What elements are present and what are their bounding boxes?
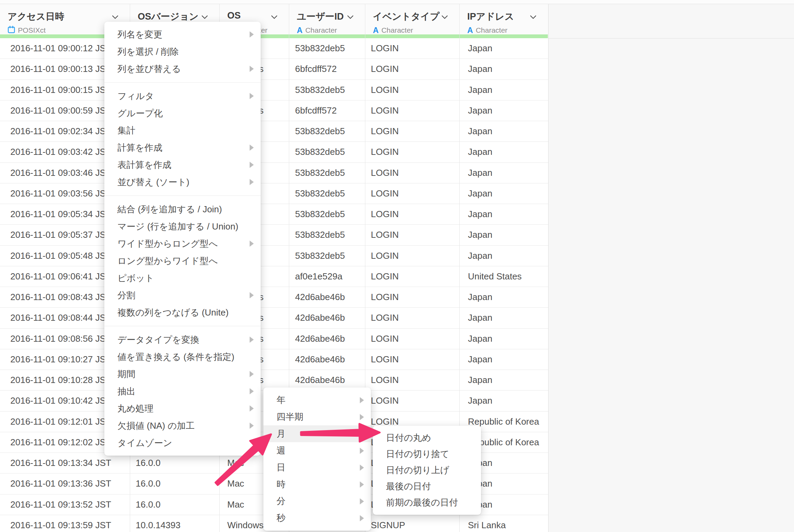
app-window: アクセス日時 POSIXct OSバージョン <box>0 0 794 532</box>
menu-item-label: 表計算を作成 <box>117 156 171 173</box>
character-type-icon: A <box>467 26 473 35</box>
cell-ip_country: Japan <box>468 287 548 308</box>
submenu-arrow-icon <box>250 93 254 99</box>
context-menu-item[interactable]: ピボット <box>104 269 261 287</box>
menu-item-label: 秒 <box>276 510 285 526</box>
menu-item-label: 列を選択 / 削除 <box>117 43 179 60</box>
cell-ip_country: Sri Lanka <box>468 515 548 532</box>
cell-event_type: LOGIN <box>371 163 460 183</box>
period-submenu-item[interactable]: 四半期 <box>263 408 371 425</box>
menu-item-label: 計算を作成 <box>117 139 163 156</box>
context-menu-item[interactable]: グループ化 <box>104 105 261 122</box>
cell-ip_country: United States <box>468 266 548 287</box>
cell-ip_country: Japan <box>468 142 548 162</box>
context-menu-item[interactable]: 結合 (列を追加する / Join) <box>104 201 261 218</box>
context-menu-item[interactable]: タイムゾーン <box>104 434 261 451</box>
submenu-arrow-icon <box>250 179 254 185</box>
context-menu-item[interactable]: 集計 <box>104 122 261 139</box>
table-row: 2016-11-01 09:05:48 JST53b832deb5LOGINJa… <box>0 246 548 266</box>
menu-item-label: 列名を変更 <box>117 26 163 43</box>
cell-user_id: 42d6abe46b <box>295 349 365 370</box>
chevron-down-icon[interactable] <box>201 15 208 19</box>
menu-item-label: タイムゾーン <box>117 434 172 451</box>
cell-event_type: LOGIN <box>371 100 460 121</box>
menu-item-label: 列を並び替える <box>117 60 181 77</box>
character-type-icon: A <box>297 26 303 35</box>
context-menu-item[interactable]: 列名を変更 <box>104 26 261 43</box>
cell-user_id: 42d6abe46b <box>295 308 365 328</box>
submenu-arrow-icon <box>360 515 364 521</box>
date-rounding-submenu: 日付の丸め 日付の切り捨て 日付の切り上げ 最後の日付 前期の最後の日付 <box>373 426 481 515</box>
context-menu-item[interactable]: ワイド型からロング型へ <box>104 235 261 252</box>
context-menu-item[interactable]: ロング型からワイド型へ <box>104 252 261 269</box>
menu-item-label: 月 <box>276 425 285 442</box>
date-round-submenu-item[interactable]: 前期の最後の日付 <box>373 494 481 511</box>
period-submenu-item[interactable]: 年 <box>263 392 371 408</box>
period-submenu-item[interactable]: 月 <box>263 425 371 442</box>
period-submenu-item[interactable]: 日 <box>263 459 371 476</box>
submenu-arrow-icon <box>250 423 254 429</box>
table-row: 2016-11-01 09:00:12 JST53b832deb5LOGINJa… <box>0 38 548 59</box>
period-submenu-item[interactable]: 時 <box>263 476 371 493</box>
menu-item-label: 結合 (列を追加する / Join) <box>117 201 222 218</box>
cell-ip_country: Japan <box>468 183 548 204</box>
context-menu-item[interactable]: 丸め処理 <box>104 400 261 417</box>
cell-user_id: 53b832deb5 <box>295 225 365 245</box>
context-menu-item[interactable]: 列を並び替える <box>104 60 261 77</box>
cell-ip_country: Japan <box>468 370 548 391</box>
date-round-submenu-item[interactable]: 日付の切り上げ <box>373 462 481 478</box>
context-menu-item[interactable]: 計算を作成 <box>104 139 261 156</box>
context-menu-item[interactable]: 欠損値 (NA) の加工 <box>104 417 261 434</box>
period-submenu-item[interactable]: 分 <box>263 493 371 510</box>
table-row: 2016-11-01 09:03:42 JST53b832deb5LOGINJa… <box>0 142 548 162</box>
date-round-submenu-item[interactable]: 最後の日付 <box>373 478 481 494</box>
context-menu-item[interactable]: 分割 <box>104 287 261 304</box>
chevron-down-icon[interactable] <box>441 15 448 19</box>
context-menu-item[interactable]: データタイプを変換 <box>104 331 261 348</box>
submenu-arrow-icon <box>250 241 254 247</box>
context-menu-item[interactable]: 値を置き換える (条件を指定) <box>104 348 261 365</box>
cell-datetime: 2016-11-01 09:13:52 JST <box>10 494 130 515</box>
submenu-arrow-icon <box>360 465 364 471</box>
column-header-5[interactable]: イベントタイプ A Character <box>365 4 460 38</box>
cell-ip_country: Japan <box>468 308 548 328</box>
menu-item-label: 週 <box>276 442 285 459</box>
context-menu-item[interactable]: 複数の列をつなげる (Unite) <box>104 304 261 321</box>
menu-item-label: 欠損値 (NA) の加工 <box>117 417 195 434</box>
column-header-4[interactable]: ユーザーID A Character <box>289 4 365 38</box>
cell-user_id: 53b832deb5 <box>295 121 365 142</box>
menu-divider <box>104 191 261 201</box>
chevron-down-icon[interactable] <box>347 15 354 19</box>
submenu-arrow-icon <box>250 337 254 343</box>
chevron-down-icon[interactable] <box>112 15 118 19</box>
period-submenu-item[interactable]: 週 <box>263 442 371 459</box>
table-row: 2016-11-01 09:08:43 JSTWindows42d6abe46b… <box>0 287 548 308</box>
context-menu-item[interactable]: フィルタ <box>104 87 261 105</box>
column-header-6[interactable]: IPアドレス A Character <box>460 4 548 38</box>
cell-user_id: 53b832deb5 <box>295 142 365 162</box>
table-row: 2016-11-01 09:06:41 JSTaf0e1e529aLOGINUn… <box>0 266 548 287</box>
context-menu-item[interactable]: 列を選択 / 削除 <box>104 43 261 60</box>
context-menu-item[interactable]: 表計算を作成 <box>104 156 261 173</box>
cell-os_version: 16.0.0 <box>136 474 220 494</box>
cell-ip_country: Japan <box>468 100 548 121</box>
column-label: IPアドレス <box>467 10 514 23</box>
period-submenu-item[interactable]: 秒 <box>263 510 371 526</box>
date-round-submenu-item[interactable]: 日付の丸め <box>373 430 481 446</box>
submenu-arrow-icon <box>250 405 254 412</box>
submenu-arrow-icon <box>360 431 364 437</box>
column-accent-bar <box>365 34 459 38</box>
menu-item-label: 複数の列をつなげる (Unite) <box>117 304 229 321</box>
chevron-down-icon[interactable] <box>530 15 536 19</box>
chevron-down-icon[interactable] <box>271 15 278 19</box>
menu-item-label: ピボット <box>117 269 154 287</box>
context-menu-item[interactable]: 抽出 <box>104 383 261 400</box>
cell-os_version: 16.0.0 <box>136 453 220 474</box>
cell-datetime: 2016-11-01 09:13:59 JST <box>10 515 130 532</box>
context-menu-item[interactable]: 並び替え (ソート) <box>104 173 261 191</box>
context-menu-item[interactable]: マージ (行を追加する / Union) <box>104 218 261 235</box>
context-menu-item[interactable]: 期間 <box>104 365 261 383</box>
column-accent-bar <box>460 34 548 38</box>
date-round-submenu-item[interactable]: 日付の切り捨て <box>373 446 481 462</box>
cell-ip_country: Japan <box>468 349 548 370</box>
